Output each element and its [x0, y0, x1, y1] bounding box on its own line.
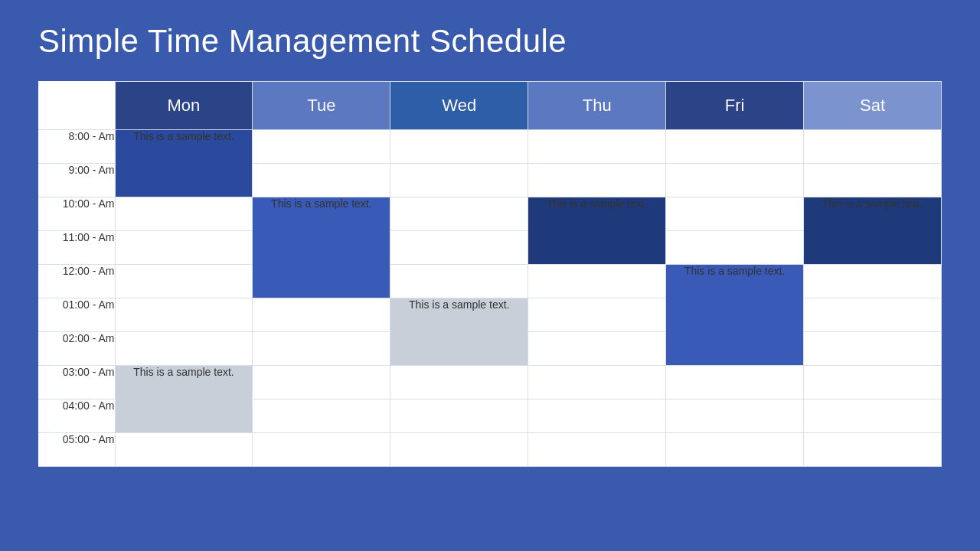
- table-row: 8:00 - Am This is a sample text.: [38, 130, 942, 164]
- time-label: 02:00 - Am: [38, 332, 115, 366]
- table-row: 12:00 - Am This is a sample text.: [38, 265, 942, 298]
- empty-cell: [666, 433, 804, 467]
- event-mon-8-9: This is a sample text.: [115, 130, 253, 197]
- empty-cell: [115, 265, 253, 298]
- empty-cell: [390, 399, 528, 433]
- empty-cell: [528, 366, 666, 399]
- empty-cell: [115, 332, 253, 366]
- time-label: 12:00 - Am: [38, 265, 115, 298]
- empty-cell: [253, 164, 390, 197]
- event-fri-12-2: This is a sample text.: [666, 265, 804, 366]
- empty-cell: [528, 298, 666, 332]
- table-row: 03:00 - Am This is a sample text.: [38, 366, 942, 399]
- event-tue-10-1: This is a sample text.: [253, 197, 390, 298]
- empty-cell: [666, 130, 804, 164]
- header-mon: Mon: [115, 82, 253, 130]
- time-label: 8:00 - Am: [38, 130, 115, 164]
- empty-cell: [390, 197, 528, 231]
- schedule-container: Mon Tue Wed Thu Fri Sat 8:00 - Am This i…: [38, 81, 942, 467]
- time-label: 01:00 - Am: [38, 298, 115, 332]
- page-title: Simple Time Management Schedule: [38, 23, 567, 60]
- empty-cell: [804, 399, 942, 433]
- empty-cell: [804, 433, 942, 467]
- empty-cell: [528, 332, 666, 366]
- empty-cell: [666, 231, 804, 265]
- empty-cell: [253, 433, 390, 467]
- time-label: 11:00 - Am: [38, 231, 115, 265]
- header-tue: Tue: [253, 82, 390, 130]
- empty-cell: [390, 265, 528, 298]
- empty-cell: [528, 164, 666, 197]
- table-row: 01:00 - Am This is a sample text.: [38, 298, 942, 332]
- empty-cell: [390, 231, 528, 265]
- event-thu-10-11: This is a sample text.: [528, 197, 666, 265]
- empty-cell: [804, 332, 942, 366]
- header-fri: Fri: [666, 82, 804, 130]
- empty-cell: [390, 130, 528, 164]
- empty-cell: [390, 433, 528, 467]
- header-empty: [38, 82, 115, 130]
- empty-cell: [253, 332, 390, 366]
- header-wed: Wed: [390, 82, 528, 130]
- time-label: 9:00 - Am: [38, 164, 115, 197]
- empty-cell: [804, 164, 942, 197]
- empty-cell: [666, 164, 804, 197]
- table-row: 10:00 - Am This is a sample text. This i…: [38, 197, 942, 231]
- time-label: 03:00 - Am: [38, 366, 115, 399]
- event-sat-10-11: This is a sample text.: [804, 197, 942, 265]
- empty-cell: [528, 130, 666, 164]
- empty-cell: [528, 433, 666, 467]
- empty-cell: [253, 366, 390, 399]
- empty-cell: [804, 130, 942, 164]
- empty-cell: [666, 399, 804, 433]
- empty-cell: [804, 265, 942, 298]
- header-thu: Thu: [528, 82, 666, 130]
- empty-cell: [528, 399, 666, 433]
- table-row: 05:00 - Am: [38, 433, 942, 467]
- time-label: 05:00 - Am: [38, 433, 115, 467]
- empty-cell: [666, 197, 804, 231]
- empty-cell: [528, 265, 666, 298]
- header-sat: Sat: [804, 82, 942, 130]
- empty-cell: [804, 298, 942, 332]
- empty-cell: [115, 197, 253, 231]
- empty-cell: [390, 164, 528, 197]
- empty-cell: [115, 433, 253, 467]
- empty-cell: [804, 366, 942, 399]
- time-label: 10:00 - Am: [38, 197, 115, 231]
- empty-cell: [390, 366, 528, 399]
- schedule-table: Mon Tue Wed Thu Fri Sat 8:00 - Am This i…: [38, 81, 942, 467]
- time-label: 04:00 - Am: [38, 399, 115, 433]
- empty-cell: [115, 298, 253, 332]
- empty-cell: [253, 130, 390, 164]
- empty-cell: [253, 298, 390, 332]
- empty-cell: [666, 366, 804, 399]
- empty-cell: [115, 231, 253, 265]
- event-wed-1-2: This is a sample text.: [390, 298, 528, 366]
- event-mon-3-4: This is a sample text.: [115, 366, 253, 433]
- empty-cell: [253, 399, 390, 433]
